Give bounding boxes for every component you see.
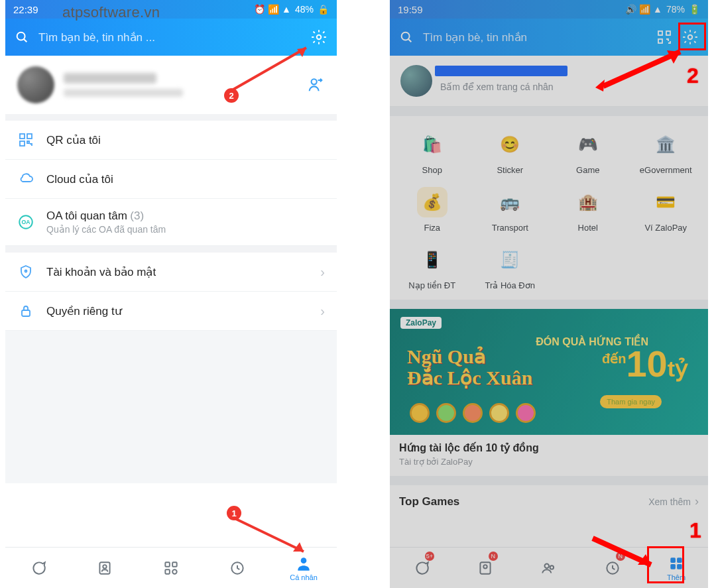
search-icon[interactable]: [15, 30, 29, 44]
grid-item-shop[interactable]: 🛍️Shop: [394, 125, 471, 179]
banner-amount: đến10tỷ: [602, 342, 688, 385]
grid-item-zalopay[interactable]: 💳Ví ZaloPay: [628, 183, 705, 237]
phone-left-personal-tab: atpsoftware.vn 22:39 ⏰ 📶 ▲ 48% 🔒 Tìm bạn…: [5, 0, 337, 588]
empty-area: [5, 331, 337, 483]
promo-title: Hứng tài lộc đến 10 tỷ đồng: [399, 441, 699, 454]
tab-messages[interactable]: 5+: [390, 548, 453, 588]
annotation-marker-1: 1: [684, 516, 707, 545]
svg-point-23: [402, 32, 410, 40]
menu-label: Quyền riêng tư: [46, 304, 308, 318]
oa-count: (3): [130, 209, 144, 222]
grid-item-fiza[interactable]: 💰Fiza: [394, 183, 471, 237]
tab-discover[interactable]: [138, 548, 204, 588]
menu-label: OA tôi quan tâm: [46, 209, 127, 222]
chevron-right-icon: ›: [320, 265, 325, 280]
promo-banner[interactable]: ZaloPay Ngũ Quả Đắc Lộc Xuân ĐÓN QUÀ HỨN…: [390, 309, 708, 435]
annotation-marker-2: 2: [224, 88, 239, 103]
banner-cta[interactable]: Tham gia ngay: [600, 395, 662, 408]
grid-item-egov[interactable]: 🏛️eGovernment: [628, 125, 705, 179]
divider: [390, 107, 708, 116]
grid-item-sticker[interactable]: 😊Sticker: [472, 125, 549, 179]
grid-item-game[interactable]: 🎮Game: [550, 125, 626, 179]
svg-point-2: [317, 35, 322, 40]
watermark-text: atpsoftware.vn: [62, 4, 160, 21]
banner-line1: Ngũ Quả: [407, 345, 486, 368]
annotation-box-gear: [678, 23, 706, 50]
menu-sublabel: Quản lý các OA đã quan tâm: [46, 224, 325, 235]
status-time: 19:59: [398, 4, 423, 15]
badge-icon: N: [489, 552, 498, 561]
tab-groups[interactable]: [517, 548, 581, 588]
menu-label: Cloud của tôi: [46, 172, 325, 186]
svg-rect-27: [658, 39, 662, 43]
top-games-row[interactable]: Top Games Xem thêm›: [390, 485, 708, 512]
svg-rect-6: [20, 141, 25, 146]
grid-item-hotel[interactable]: 🏨Hotel: [550, 183, 626, 237]
grid-item-transport[interactable]: 🚌Transport: [472, 183, 549, 237]
banner-brand: ZaloPay: [400, 317, 442, 329]
menu-item-oa[interactable]: OA OA tôi quan tâm (3) Quản lý các OA đã…: [5, 199, 337, 246]
avatar-icon: [400, 65, 432, 97]
svg-text:OA: OA: [22, 219, 31, 225]
badge-icon: 5+: [425, 552, 434, 561]
annotation-arrow-to-gear: [595, 48, 688, 94]
services-grid: 🛍️Shop 😊Sticker 🎮Game 🏛️eGovernment 💰Fiz…: [390, 116, 708, 300]
svg-line-39: [603, 52, 680, 86]
annotation-arrow-to-tab: [231, 514, 317, 561]
chevron-right-icon: ›: [695, 495, 699, 508]
shield-icon: [17, 263, 34, 280]
status-time: 22:39: [13, 4, 38, 15]
tab-label: Cá nhân: [290, 573, 318, 581]
tab-contacts[interactable]: [72, 548, 138, 588]
status-icons: ⏰ 📶 ▲ 48% 🔒: [254, 4, 329, 15]
svg-point-9: [25, 270, 27, 272]
oa-badge-icon: OA: [17, 213, 34, 231]
menu-item-cloud[interactable]: Cloud của tôi: [5, 160, 337, 199]
divider: [5, 114, 337, 121]
svg-rect-14: [172, 562, 177, 567]
promo-caption: Hứng tài lộc đến 10 tỷ đồng Tài trợ bởi …: [390, 435, 708, 476]
annotation-marker-1: 1: [227, 506, 241, 520]
qr-scan-icon[interactable]: [656, 29, 672, 45]
svg-line-19: [232, 48, 306, 90]
profile-name-blur: [64, 73, 156, 84]
svg-point-0: [17, 32, 25, 40]
svg-rect-26: [666, 31, 670, 35]
annotation-marker-2: 2: [682, 61, 704, 90]
svg-line-24: [408, 39, 411, 42]
profile-sub-blur: [64, 89, 183, 97]
grid-item-topup[interactable]: 📱Nạp tiền ĐT: [394, 241, 471, 294]
svg-rect-25: [658, 31, 662, 35]
menu-label: Tài khoản và bảo mật: [46, 265, 308, 279]
chevron-right-icon: ›: [320, 304, 325, 319]
status-icons: 🔊 📶 ▲ 78% 🔋: [625, 4, 700, 15]
tab-messages[interactable]: [5, 548, 72, 588]
svg-rect-5: [27, 134, 32, 139]
svg-rect-10: [22, 310, 30, 316]
top-games-title: Top Games: [399, 495, 459, 508]
cloud-icon: [17, 170, 34, 188]
avatar-icon: [17, 66, 54, 103]
svg-line-21: [235, 518, 304, 552]
annotation-arrow-to-more: [589, 534, 662, 574]
status-bar: 19:59 🔊 📶 ▲ 78% 🔋: [390, 0, 708, 19]
tab-contacts[interactable]: N: [453, 548, 517, 588]
annotation-arrow-to-gear: [227, 42, 320, 95]
menu-item-privacy[interactable]: Quyền riêng tư ›: [5, 292, 337, 331]
lock-icon: [17, 302, 34, 320]
menu-item-qr[interactable]: QR của tôi: [5, 121, 337, 160]
svg-point-32: [550, 565, 554, 569]
name-redacted-bar: [435, 66, 567, 76]
see-more-label: Xem thêm: [648, 497, 691, 507]
grid-item-bill[interactable]: 🧾Trả Hóa Đơn: [472, 241, 549, 294]
search-placeholder[interactable]: Tìm bạn bè, tin nhắn: [423, 30, 647, 44]
phone-right-more-tab: 19:59 🔊 📶 ▲ 78% 🔋 Tìm bạn bè, tin nhắn B…: [390, 0, 708, 588]
svg-point-30: [483, 565, 487, 568]
status-bar: 22:39 ⏰ 📶 ▲ 48% 🔒: [5, 0, 337, 19]
qr-icon: [17, 131, 34, 148]
search-icon[interactable]: [399, 30, 414, 44]
banner-coins-decor: [410, 403, 536, 423]
menu-item-account[interactable]: Tài khoản và bảo mật ›: [5, 253, 337, 292]
svg-line-1: [24, 39, 27, 42]
svg-point-31: [545, 563, 550, 568]
